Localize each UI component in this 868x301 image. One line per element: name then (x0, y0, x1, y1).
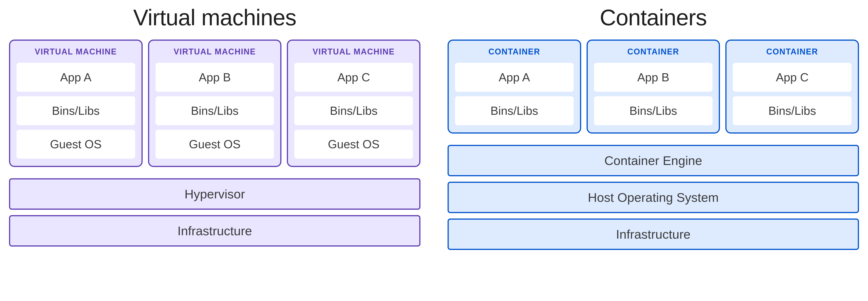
vm-unit: VIRTUAL MACHINE App A Bins/Libs Guest OS (9, 39, 143, 167)
vm-units-row: VIRTUAL MACHINE App A Bins/Libs Guest OS… (9, 39, 421, 167)
vm-app-box: App A (17, 63, 135, 92)
host-os-layer: Host Operating System (447, 182, 859, 213)
vm-column: Virtual machines VIRTUAL MACHINE App A B… (9, 4, 421, 246)
vm-unit: VIRTUAL MACHINE App B Bins/Libs Guest OS (148, 39, 282, 167)
container-unit-header: CONTAINER (455, 47, 574, 57)
container-app-box: App A (455, 63, 574, 92)
vm-unit-header: VIRTUAL MACHINE (294, 47, 413, 57)
container-unit: CONTAINER App C Bins/Libs (725, 39, 859, 134)
vm-app-box: App B (156, 63, 274, 92)
vm-bins-box: Bins/Libs (294, 96, 413, 125)
infrastructure-layer: Infrastructure (9, 215, 421, 246)
container-app-box: App C (733, 63, 851, 92)
vm-unit: VIRTUAL MACHINE App C Bins/Libs Guest OS (287, 39, 421, 167)
vm-app-box: App C (294, 63, 413, 92)
diagram-root: Virtual machines VIRTUAL MACHINE App A B… (9, 4, 859, 250)
container-units-row: CONTAINER App A Bins/Libs CONTAINER App … (447, 39, 859, 134)
vm-layers: Hypervisor Infrastructure (9, 178, 421, 246)
vm-guestos-box: Guest OS (294, 130, 413, 159)
vm-title: Virtual machines (9, 4, 421, 31)
container-unit: CONTAINER App A Bins/Libs (447, 39, 581, 134)
container-bins-box: Bins/Libs (733, 96, 851, 125)
container-title: Containers (447, 4, 859, 31)
container-column: Containers CONTAINER App A Bins/Libs CON… (447, 4, 859, 250)
vm-guestos-box: Guest OS (156, 130, 274, 159)
vm-bins-box: Bins/Libs (156, 96, 274, 125)
container-unit: CONTAINER App B Bins/Libs (587, 39, 720, 134)
vm-unit-header: VIRTUAL MACHINE (17, 47, 135, 57)
container-layers: Container Engine Host Operating System I… (447, 145, 859, 250)
container-unit-header: CONTAINER (733, 47, 851, 57)
hypervisor-layer: Hypervisor (9, 178, 421, 210)
vm-bins-box: Bins/Libs (17, 96, 135, 125)
vm-guestos-box: Guest OS (17, 130, 135, 159)
container-unit-header: CONTAINER (594, 47, 713, 57)
vm-unit-header: VIRTUAL MACHINE (156, 47, 274, 57)
container-bins-box: Bins/Libs (594, 96, 713, 125)
container-engine-layer: Container Engine (447, 145, 859, 176)
container-app-box: App B (594, 63, 713, 92)
container-bins-box: Bins/Libs (455, 96, 574, 125)
infrastructure-layer: Infrastructure (447, 219, 859, 250)
